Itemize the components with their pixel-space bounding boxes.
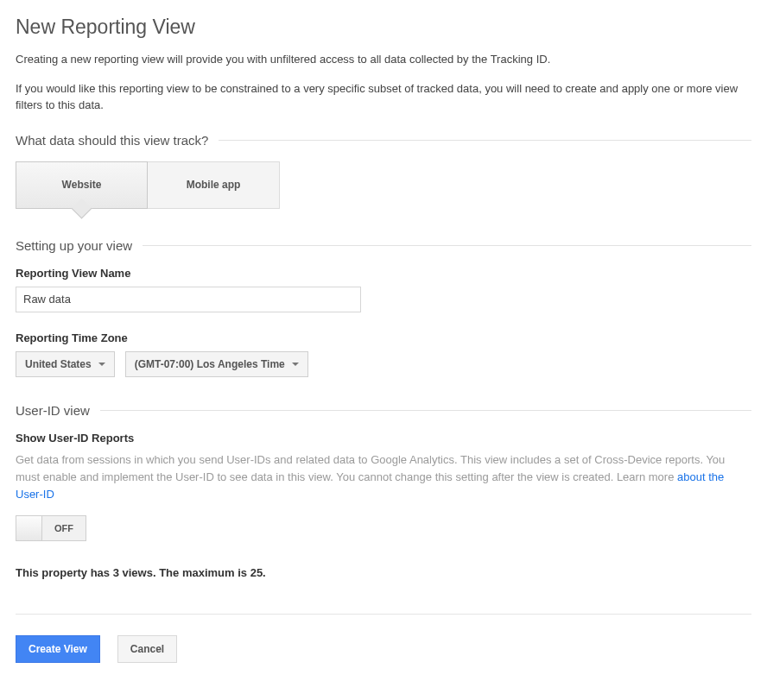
section-setup-heading: Setting up your view: [16, 238, 751, 253]
uid-description-text: Get data from sessions in which you send…: [16, 453, 725, 483]
toggle-knob: [16, 516, 42, 540]
section-uid-heading: User-ID view: [16, 403, 751, 418]
country-dropdown-value: United States: [25, 358, 92, 370]
uid-toggle[interactable]: OFF: [16, 515, 86, 541]
uid-description: Get data from sessions in which you send…: [16, 451, 751, 503]
tab-mobile-label: Mobile app: [187, 179, 241, 191]
divider: [143, 245, 751, 246]
views-count-note: This property has 3 views. The maximum i…: [16, 566, 751, 579]
toggle-state-label: OFF: [42, 516, 86, 540]
divider: [100, 410, 751, 411]
tab-mobile-app[interactable]: Mobile app: [148, 161, 280, 209]
timezone-label: Reporting Time Zone: [16, 331, 751, 344]
chevron-down-icon: [292, 363, 299, 366]
tab-website[interactable]: Website: [16, 161, 148, 209]
uid-subheading: Show User-ID Reports: [16, 432, 751, 445]
divider: [16, 614, 751, 615]
section-uid-label: User-ID view: [16, 403, 90, 418]
timezone-dropdown[interactable]: (GMT-07:00) Los Angeles Time: [125, 351, 308, 377]
page-title: New Reporting View: [16, 16, 751, 39]
action-buttons: Create View Cancel: [16, 635, 751, 663]
divider: [219, 140, 751, 141]
intro-paragraph-1: Creating a new reporting view will provi…: [16, 51, 751, 68]
section-setup-label: Setting up your view: [16, 238, 132, 253]
view-name-label: Reporting View Name: [16, 267, 751, 280]
track-tabs: Website Mobile app: [16, 161, 751, 209]
timezone-dropdown-value: (GMT-07:00) Los Angeles Time: [135, 358, 285, 370]
section-track-label: What data should this view track?: [16, 133, 208, 148]
view-name-input[interactable]: [16, 287, 361, 312]
country-dropdown[interactable]: United States: [16, 351, 115, 377]
chevron-down-icon: [98, 363, 105, 366]
section-track-heading: What data should this view track?: [16, 133, 751, 148]
intro-paragraph-2: If you would like this reporting view to…: [16, 80, 751, 114]
create-view-button[interactable]: Create View: [16, 635, 100, 663]
cancel-button[interactable]: Cancel: [117, 635, 177, 663]
tab-website-label: Website: [62, 179, 102, 191]
